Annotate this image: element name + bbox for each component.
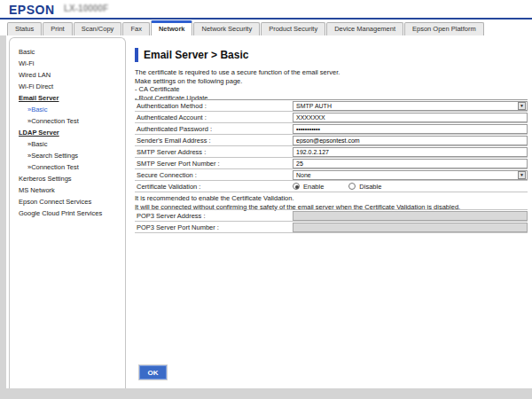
sidebar-item-ldap-search-settings[interactable]: »Search Settings	[27, 150, 125, 161]
selected-value: None	[296, 172, 311, 178]
certificate-validation-radio-group: Enable Disable	[293, 183, 381, 191]
form-row-authenticated-account: Authenticated Account :	[135, 112, 528, 123]
form-row-certificate-validation: Certificate Validation : Enable Disable	[135, 181, 528, 192]
tab-network-security[interactable]: Network Security	[193, 22, 260, 35]
note-line: It is recommended to enable the Certific…	[135, 194, 460, 203]
radio-label: Enable	[303, 183, 324, 191]
sidebar-item-email-server-basic[interactable]: »Basic	[27, 104, 125, 115]
chevron-down-icon[interactable]: ▼	[518, 102, 526, 110]
sidebar-item-ldap-connection-test[interactable]: »Connection Test	[27, 161, 125, 173]
authentication-method-select[interactable]: SMTP AUTH ▼	[293, 101, 528, 111]
sidebar-item-basic[interactable]: Basic	[19, 46, 125, 58]
secure-connection-select[interactable]: None ▼	[293, 170, 528, 180]
sidebar-item-email-server-connection-test[interactable]: »Connection Test	[27, 115, 125, 127]
sidebar-section-email-server[interactable]: Email Server	[19, 92, 125, 104]
radio-enable-selected-icon[interactable]	[293, 183, 300, 190]
printer-model-name: LX-10000F	[64, 4, 108, 13]
pop3-settings-form: POP3 Server Address : POP3 Server Port N…	[135, 209, 528, 233]
tab-product-security[interactable]: Product Security	[261, 22, 325, 35]
web-config-page: EPSON LX-10000F Status Print Scan/Copy F…	[0, 0, 532, 399]
tab-bar: Status Print Scan/Copy Fax Network Netwo…	[7, 20, 485, 35]
tab-print[interactable]: Print	[43, 22, 72, 35]
radio-disable-icon[interactable]	[348, 183, 356, 190]
field-label: POP3 Server Address :	[135, 212, 293, 220]
form-row-senders-email-address: Sender's Email Address :	[135, 135, 528, 146]
field-label: POP3 Server Port Number :	[135, 223, 293, 231]
form-row-smtp-server-address: SMTP Server Address :	[135, 146, 528, 158]
pop3-server-address-input	[293, 211, 528, 221]
form-row-pop3-server-port: POP3 Server Port Number :	[135, 222, 528, 233]
authenticated-password-input[interactable]	[293, 124, 528, 134]
app-header: EPSON LX-10000F	[0, 0, 532, 18]
sidebar-item-kerberos-settings[interactable]: Kerberos Settings	[19, 173, 125, 184]
sidebar-section-ldap-server[interactable]: LDAP Server	[19, 127, 125, 138]
field-label: Authentication Method :	[135, 102, 293, 110]
selected-value: SMTP AUTH	[296, 103, 332, 109]
tab-scan-copy[interactable]: Scan/Copy	[74, 22, 122, 35]
radio-option-enable[interactable]: Enable	[293, 183, 324, 191]
title-accent-bar	[135, 48, 138, 62]
form-row-secure-connection: Secure Connection : None ▼	[135, 169, 528, 181]
field-label: Sender's Email Address :	[135, 137, 293, 145]
intro-line: - CA Certificate	[135, 85, 340, 94]
intro-line: The certificate is required to use a sec…	[135, 68, 340, 77]
form-row-authenticated-password: Authenticated Password :	[135, 123, 528, 135]
field-label: Authenticated Account :	[135, 113, 293, 121]
smtp-server-port-input[interactable]	[293, 159, 528, 168]
tab-fax[interactable]: Fax	[122, 22, 150, 35]
sidebar-item-ms-network[interactable]: MS Network	[19, 184, 125, 196]
form-row-smtp-server-port: SMTP Server Port Number :	[135, 158, 528, 169]
authenticated-account-input[interactable]	[293, 113, 528, 122]
page-left-margin	[0, 35, 6, 399]
ok-button[interactable]: OK	[139, 365, 167, 379]
chevron-down-icon[interactable]: ▼	[518, 171, 526, 179]
field-label: Certificate Validation :	[135, 183, 293, 191]
sidebar-item-wifi-direct[interactable]: Wi-Fi Direct	[19, 81, 125, 92]
tab-status[interactable]: Status	[7, 22, 42, 35]
intro-line: Make settings on the following page.	[135, 77, 340, 86]
form-row-authentication-method: Authentication Method : SMTP AUTH ▼	[135, 100, 528, 112]
smtp-server-address-input[interactable]	[293, 147, 528, 157]
senders-email-address-input[interactable]	[293, 136, 528, 145]
sidebar-menu: Basic Wi-Fi Wired LAN Wi-Fi Direct Email…	[9, 37, 126, 388]
field-label: Secure Connection :	[135, 171, 293, 179]
intro-text: The certificate is required to use a sec…	[135, 68, 340, 102]
field-label: SMTP Server Address :	[135, 148, 293, 156]
pop3-server-port-input	[293, 223, 528, 232]
sidebar-item-wifi[interactable]: Wi-Fi	[19, 58, 125, 69]
sidebar-item-wired-lan[interactable]: Wired LAN	[19, 69, 125, 81]
email-server-settings-form: Authentication Method : SMTP AUTH ▼ Auth…	[135, 99, 528, 192]
sidebar-item-google-cloud-print-services[interactable]: Google Cloud Print Services	[19, 207, 125, 219]
radio-option-disable[interactable]: Disable	[348, 183, 381, 191]
sidebar-item-epson-connect-services[interactable]: Epson Connect Services	[19, 196, 125, 207]
page-bottom-margin	[0, 388, 532, 399]
field-label: SMTP Server Port Number :	[135, 160, 293, 168]
field-label: Authenticated Password :	[135, 125, 293, 133]
sidebar-item-ldap-basic[interactable]: »Basic	[27, 138, 125, 150]
radio-label: Disable	[359, 183, 381, 191]
form-row-pop3-server-address: POP3 Server Address :	[135, 210, 528, 222]
page-title: Email Server > Basic	[144, 49, 248, 61]
tab-epson-open-platform[interactable]: Epson Open Platform	[404, 22, 484, 35]
tab-network[interactable]: Network	[151, 20, 193, 35]
epson-logo: EPSON	[9, 3, 55, 17]
tab-device-management[interactable]: Device Management	[326, 22, 403, 35]
